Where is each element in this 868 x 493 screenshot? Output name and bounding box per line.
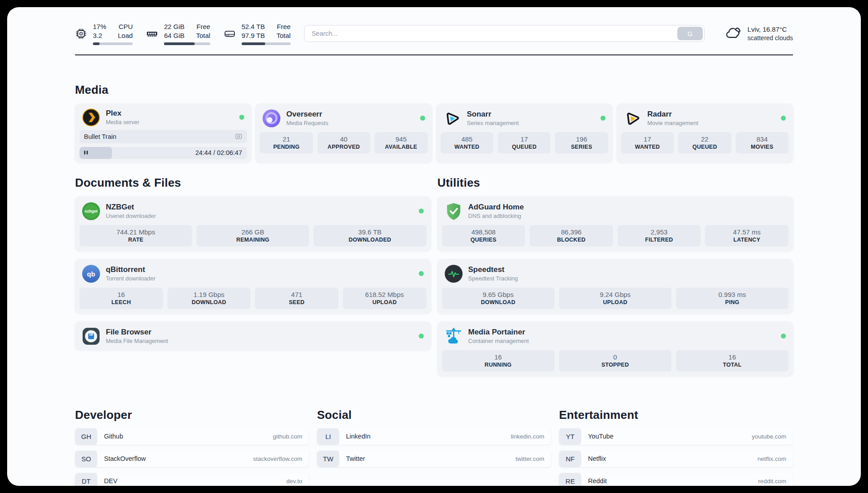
service-card-adguard[interactable]: AdGuard Home DNS and adblocking 498,508 …	[438, 196, 793, 251]
section-title-utilities: Utilities	[438, 176, 793, 190]
cpu-icon	[75, 28, 87, 40]
search-provider-button[interactable]: G	[677, 27, 703, 40]
section-title-developer: Developer	[75, 408, 309, 422]
memory-icon	[146, 28, 158, 40]
service-card-speedtest[interactable]: Speedtest Speedtest Tracking 9.65 Gbps D…	[438, 259, 793, 313]
nzbget-icon: nzbget	[82, 202, 100, 220]
bookmark-url: github.com	[273, 433, 302, 440]
bookmark-reddit[interactable]: RE Reddit reddit.com	[559, 473, 793, 486]
service-card-plex[interactable]: Plex Media server Bullet Train	[75, 104, 251, 163]
stat-rate: 744.21 Mbps RATE	[79, 225, 192, 246]
service-subtitle: Movie management	[647, 120, 698, 126]
bookmark-name: StackOverflow	[104, 455, 146, 462]
disk-total-value: 97.9 TB	[242, 31, 265, 40]
dashboard-page: 17% CPU 3.2 Load	[7, 7, 861, 486]
service-subtitle: DNS and adblocking	[468, 213, 524, 219]
weather-condition: scattered clouds	[747, 34, 793, 42]
stat-series: 196 SERIES	[555, 132, 608, 154]
service-card-overseerr[interactable]: Overseerr Media Requests 21 PENDING 40 A…	[255, 104, 432, 163]
service-subtitle: Media Requests	[286, 120, 328, 126]
stat-movies: 834 MOVIES	[736, 132, 789, 154]
status-dot	[601, 116, 605, 121]
bookmark-linkedin[interactable]: LI LinkedIn linkedin.com	[317, 428, 551, 445]
service-subtitle: Speedtest Tracking	[468, 275, 518, 282]
playback-time: 24:44 / 02:06:47	[195, 149, 247, 156]
bookmark-dev[interactable]: DT DEV dev.to	[75, 473, 309, 486]
overseerr-icon	[263, 109, 280, 127]
service-card-radarr[interactable]: Radarr Movie management 17 WANTED 22 QUE…	[617, 104, 793, 163]
stat-upload: 618.52 Mbps UPLOAD	[343, 288, 426, 309]
disk-progressbar	[242, 42, 291, 45]
bookmark-url: youtube.com	[752, 433, 786, 440]
header-divider	[75, 54, 793, 55]
sonarr-icon	[443, 109, 461, 127]
cast-icon	[235, 133, 242, 140]
disk-total-label: Total	[276, 31, 291, 40]
bookmark-abbr: TW	[317, 451, 339, 467]
bookmark-url: twitter.com	[515, 455, 544, 462]
cpu-progressbar	[93, 42, 133, 45]
stat-total: 16 TOTAL	[676, 350, 789, 372]
weather-location: Lviv, 16.87°C	[747, 25, 793, 34]
service-card-qbittorrent[interactable]: qb qBittorrent Torrent downloader 16 LEE…	[75, 259, 431, 313]
disk-free-label: Free	[276, 22, 291, 31]
bookmark-github[interactable]: GH Github github.com	[75, 428, 309, 445]
status-dot	[239, 115, 244, 120]
stat-ping: 0.993 ms PING	[676, 288, 789, 309]
bookmark-netflix[interactable]: NF Netflix netflix.com	[559, 451, 793, 467]
stat-stopped: 0 STOPPED	[559, 350, 672, 372]
status-dot	[419, 209, 424, 213]
stat-latency: 47.57 ms LATENCY	[705, 225, 789, 246]
stat-pending: 21 PENDING	[260, 132, 313, 154]
now-playing-row[interactable]: Bullet Train	[79, 130, 247, 143]
disk-icon	[224, 28, 236, 40]
bookmark-url: netflix.com	[757, 455, 786, 462]
service-card-portainer[interactable]: Media Portainer Container management 16 …	[438, 322, 793, 376]
bookmark-abbr: YT	[559, 428, 581, 445]
bookmark-abbr: DT	[75, 473, 97, 486]
memory-total-label: Total	[196, 31, 210, 40]
service-title: Media Portainer	[468, 328, 529, 337]
stat-seed: 471 SEED	[255, 288, 338, 309]
bookmark-youtube[interactable]: YT YouTube youtube.com	[559, 428, 793, 445]
svg-text:nzbget: nzbget	[85, 209, 98, 213]
bookmark-stackoverflow[interactable]: SO StackOverflow stackoverflow.com	[75, 451, 309, 467]
service-card-sonarr[interactable]: Sonarr Series management 485 WANTED 17 Q…	[436, 104, 613, 163]
service-subtitle: Usenet downloader	[106, 213, 156, 219]
service-title: Sonarr	[467, 110, 519, 119]
stat-approved: 40 APPROVED	[317, 132, 370, 154]
bookmark-name: DEV	[104, 477, 117, 485]
stat-downloaded: 39.6 TB DOWNLOADED	[313, 225, 426, 246]
bookmark-twitter[interactable]: TW Twitter twitter.com	[317, 451, 551, 467]
stat-upload: 9.24 Gbps UPLOAD	[559, 288, 672, 309]
cpu-load-label: Load	[118, 31, 133, 40]
bookmark-name: Netflix	[588, 455, 606, 462]
stat-queries: 498,508 QUERIES	[442, 225, 526, 246]
bookmark-abbr: RE	[559, 473, 581, 486]
status-dot	[781, 116, 786, 121]
service-title: AdGuard Home	[468, 203, 524, 212]
stat-leech: 16 LEECH	[79, 288, 163, 309]
status-dot	[419, 271, 424, 276]
stat-queued: 17 QUEUED	[498, 132, 551, 154]
weather-widget[interactable]: Lviv, 16.87°C scattered clouds	[725, 25, 793, 42]
bookmark-name: YouTube	[588, 433, 613, 440]
top-bar: 17% CPU 3.2 Load	[75, 22, 793, 45]
filebrowser-icon	[82, 327, 100, 345]
status-dot	[781, 334, 786, 338]
service-card-filebrowser[interactable]: File Browser Media File Management	[75, 322, 431, 350]
search-input[interactable]	[306, 30, 677, 37]
bookmark-url: reddit.com	[758, 478, 786, 485]
stat-wanted: 17 WANTED	[621, 132, 674, 154]
memory-free-value: 22 GiB	[164, 22, 184, 31]
service-subtitle: Series management	[467, 120, 519, 126]
speedtest-icon	[445, 265, 463, 283]
playback-progressbar[interactable]: 24:44 / 02:06:47	[79, 147, 247, 159]
qbittorrent-icon: qb	[82, 265, 100, 283]
service-title: Plex	[106, 109, 139, 118]
section-title-entertainment: Entertainment	[559, 408, 793, 422]
stat-blocked: 86,396 BLOCKED	[530, 225, 613, 246]
service-card-nzbget[interactable]: nzbget NZBGet Usenet downloader 744.21 M…	[75, 196, 431, 251]
memory-widget: 22 GiB Free 64 GiB Total	[146, 22, 210, 45]
bookmark-group-social: Social LI LinkedIn linkedin.com TW Twitt…	[317, 408, 551, 486]
